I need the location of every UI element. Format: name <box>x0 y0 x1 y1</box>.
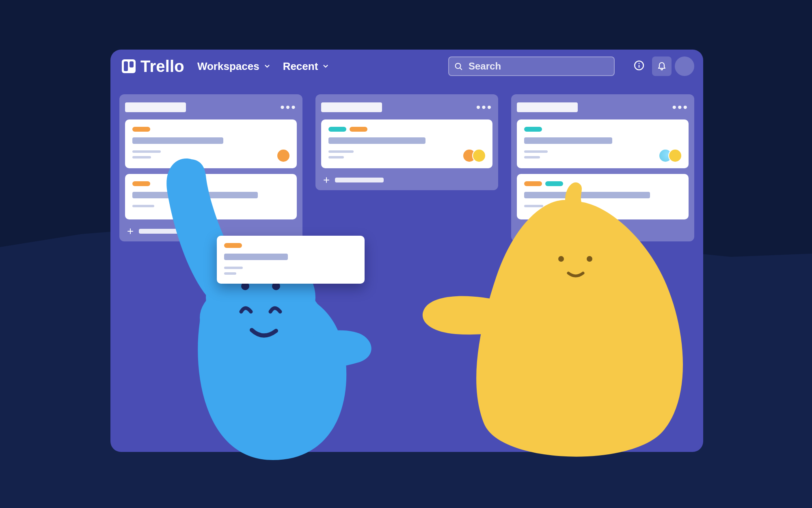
svg-rect-2 <box>130 61 134 67</box>
card-labels <box>524 181 681 186</box>
list-header: ••• <box>321 99 493 115</box>
list: ••• <box>315 94 499 190</box>
avatar-button[interactable] <box>675 56 694 76</box>
add-card-placeholder <box>531 229 579 234</box>
svg-point-7 <box>639 63 640 64</box>
plus-icon <box>518 228 526 235</box>
label-teal <box>524 127 542 132</box>
bell-icon <box>657 61 667 72</box>
label-orange <box>224 243 242 248</box>
card[interactable] <box>125 119 297 168</box>
card-title-placeholder <box>132 137 223 144</box>
brand-name: Trello <box>140 57 184 76</box>
info-button[interactable] <box>629 56 649 76</box>
label-orange <box>350 127 367 132</box>
card-lines <box>328 150 486 158</box>
add-card-placeholder <box>139 229 188 234</box>
chevron-down-icon <box>263 63 271 70</box>
card-labels <box>224 243 357 248</box>
topbar: Trello Workspaces Recent <box>110 50 703 83</box>
card-members <box>466 149 486 163</box>
card-labels <box>132 181 289 186</box>
list-menu-icon[interactable]: ••• <box>672 101 689 113</box>
card-labels <box>132 127 289 132</box>
dragging-card[interactable] <box>217 236 365 284</box>
plus-icon <box>323 176 330 184</box>
plus-icon <box>127 228 134 235</box>
add-card-placeholder <box>335 178 384 182</box>
add-card-button[interactable] <box>125 225 297 236</box>
svg-line-4 <box>460 68 462 69</box>
card-labels <box>328 127 486 132</box>
nav: Workspaces Recent <box>197 60 329 73</box>
member-avatar <box>472 149 486 163</box>
header-actions <box>629 56 694 76</box>
nav-item-label: Workspaces <box>197 60 259 73</box>
card-members <box>663 149 682 163</box>
list-menu-icon[interactable]: ••• <box>280 101 297 113</box>
add-card-button[interactable] <box>517 225 689 236</box>
search-input[interactable] <box>469 61 609 72</box>
card-members <box>281 149 290 163</box>
nav-workspaces[interactable]: Workspaces <box>197 60 271 73</box>
info-icon <box>634 60 644 72</box>
card[interactable] <box>321 119 493 168</box>
list: ••• <box>511 94 694 241</box>
board: ••• <box>110 83 703 241</box>
card-lines <box>132 205 289 207</box>
card-title-placeholder <box>524 137 612 144</box>
card-lines <box>132 150 289 158</box>
card-lines <box>524 150 681 158</box>
list-header: ••• <box>517 99 689 115</box>
card-title-placeholder <box>224 254 288 260</box>
card-title-placeholder <box>132 192 258 198</box>
svg-rect-1 <box>124 61 128 71</box>
card[interactable] <box>125 174 297 219</box>
app-window: Trello Workspaces Recent <box>110 50 703 452</box>
label-orange <box>524 181 542 186</box>
add-card-button[interactable] <box>321 174 493 185</box>
label-teal <box>328 127 346 132</box>
search-box[interactable] <box>448 56 615 76</box>
list-menu-icon[interactable]: ••• <box>476 101 493 113</box>
card-title-placeholder <box>524 192 650 198</box>
member-avatar <box>668 149 682 163</box>
list-title-placeholder <box>517 102 578 112</box>
card-lines <box>224 267 357 275</box>
list: ••• <box>119 94 302 241</box>
member-avatar <box>276 149 290 163</box>
list-title-placeholder <box>321 102 382 112</box>
list-header: ••• <box>125 99 297 115</box>
nav-recent[interactable]: Recent <box>283 60 330 73</box>
nav-item-label: Recent <box>283 60 318 73</box>
search-icon <box>454 62 463 71</box>
label-teal <box>545 181 563 186</box>
label-orange <box>132 181 150 186</box>
card-labels <box>524 127 681 132</box>
chevron-down-icon <box>322 63 329 70</box>
list-title-placeholder <box>125 102 186 112</box>
trello-logo-icon <box>122 59 136 73</box>
card-title-placeholder <box>328 137 426 144</box>
card[interactable] <box>517 119 689 168</box>
card-lines <box>524 205 681 207</box>
brand[interactable]: Trello <box>122 57 184 76</box>
card[interactable] <box>517 174 689 219</box>
label-orange <box>132 127 150 132</box>
notifications-button[interactable] <box>652 56 672 76</box>
